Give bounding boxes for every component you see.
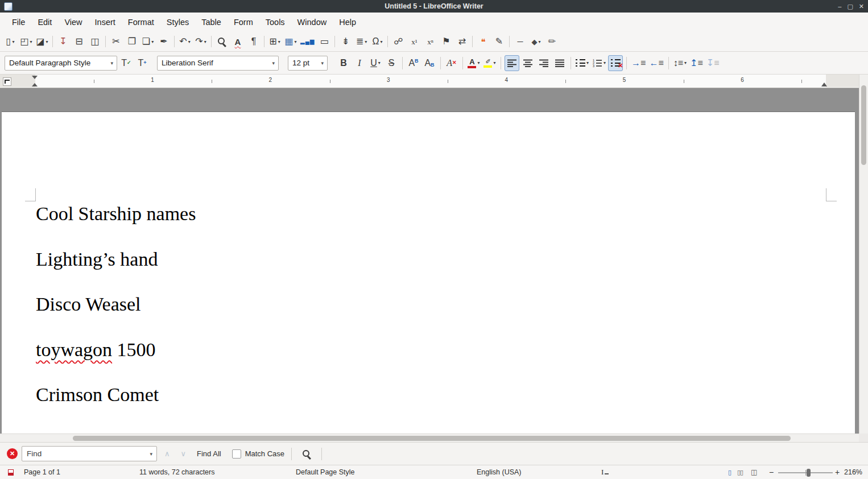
increase-paragraph-spacing-button[interactable]: ↥≡: [689, 55, 704, 71]
book-view-button[interactable]: ◫: [751, 468, 757, 476]
formatting-marks-button[interactable]: ¶: [246, 34, 261, 49]
vertical-scrollbar[interactable]: [859, 75, 868, 433]
document-area[interactable]: Cool Starship names Lighting’s hand Disc…: [0, 88, 859, 433]
menu-edit[interactable]: Edit: [31, 13, 58, 32]
bullet-list-button[interactable]: [574, 55, 590, 71]
insert-bookmark-button[interactable]: ⚑: [439, 34, 453, 49]
menu-help[interactable]: Help: [333, 13, 362, 32]
menu-insert[interactable]: Insert: [89, 13, 122, 32]
zoom-out-button[interactable]: −: [769, 468, 774, 477]
strikethrough-button[interactable]: S: [384, 55, 399, 71]
no-list-button[interactable]: [608, 55, 623, 71]
insert-chart-button[interactable]: ▂▄▆: [299, 34, 316, 49]
decrease-indent-button[interactable]: ←≡: [648, 55, 664, 71]
tab-stop-selector[interactable]: [3, 77, 11, 86]
ruler-scale[interactable]: 123456: [0, 75, 859, 88]
new-document-button[interactable]: ▯: [3, 34, 18, 49]
line-spacing-button[interactable]: ↕≡: [672, 55, 688, 71]
paragraph[interactable]: toywagon 1500: [36, 338, 832, 362]
insert-endnote-button[interactable]: xⁿ: [423, 34, 437, 49]
redo-button[interactable]: ↷: [193, 34, 208, 49]
font-color-button[interactable]: A: [466, 55, 481, 71]
restore-button[interactable]: ▢: [847, 3, 853, 10]
italic-button[interactable]: I: [352, 55, 367, 71]
paragraph-text[interactable]: 1500: [112, 339, 156, 360]
clone-formatting-button[interactable]: ✒: [156, 34, 171, 49]
bold-button[interactable]: B: [336, 55, 351, 71]
insert-cross-reference-button[interactable]: ⇄: [454, 34, 469, 49]
page-number-status[interactable]: Page 1 of 1: [24, 468, 60, 476]
new-style-button[interactable]: T+: [135, 55, 150, 71]
document-text[interactable]: Cool Starship names Lighting’s hand Disc…: [2, 112, 855, 407]
copy-button[interactable]: ❐: [125, 34, 139, 49]
match-case-checkbox[interactable]: [232, 449, 241, 459]
align-right-button[interactable]: [536, 55, 551, 71]
find-all-button[interactable]: Find All: [197, 449, 221, 458]
open-file-button[interactable]: ◰: [19, 34, 34, 49]
cut-button[interactable]: ✂: [109, 34, 123, 49]
spelling-button[interactable]: A: [230, 34, 245, 49]
zoom-slider-thumb[interactable]: [807, 469, 811, 477]
close-button[interactable]: ✕: [859, 3, 864, 10]
zoom-level[interactable]: 216%: [844, 468, 862, 476]
vertical-scrollbar-thumb[interactable]: [861, 85, 866, 165]
numbered-list-button[interactable]: 1 2 3: [591, 55, 607, 71]
align-left-button[interactable]: [505, 55, 519, 71]
menu-window[interactable]: Window: [291, 13, 333, 32]
print-preview-button[interactable]: ◫: [88, 34, 102, 49]
page-style-status[interactable]: Default Page Style: [296, 468, 355, 476]
multi-page-view-button[interactable]: ▯▯: [737, 469, 743, 476]
find-and-replace-button[interactable]: [299, 447, 314, 461]
print-button[interactable]: ⊟: [72, 34, 86, 49]
update-style-button[interactable]: T✓: [119, 55, 134, 71]
undo-button[interactable]: ↶: [177, 34, 192, 49]
zoom-slider[interactable]: [778, 472, 833, 473]
menu-file[interactable]: File: [6, 13, 31, 32]
underline-button[interactable]: U: [368, 55, 383, 71]
right-indent-marker[interactable]: [821, 80, 827, 86]
zoom-in-button[interactable]: +: [835, 468, 840, 477]
ruler[interactable]: 123456: [0, 75, 859, 88]
left-indent-marker[interactable]: [32, 76, 38, 86]
superscript-button[interactable]: AB: [406, 55, 421, 71]
insert-hyperlink-button[interactable]: ☍: [391, 34, 406, 49]
paragraph-style-select[interactable]: Default Paragraph Style: [5, 56, 117, 71]
paragraph[interactable]: Lighting’s hand: [36, 247, 832, 272]
insert-image-button[interactable]: ▦: [283, 34, 298, 49]
highlight-color-button[interactable]: ✐: [482, 55, 497, 71]
match-case-label[interactable]: Match Case: [245, 449, 284, 458]
word-count-status[interactable]: 11 words, 72 characters: [139, 468, 214, 476]
single-page-view-button[interactable]: ▯: [728, 469, 731, 476]
find-replace-button[interactable]: [214, 34, 229, 49]
insert-line-button[interactable]: ─: [512, 34, 527, 49]
insert-field-button[interactable]: ≣: [354, 34, 369, 49]
show-draw-functions-button[interactable]: ✏: [544, 34, 559, 49]
insert-page-break-button[interactable]: ⇟: [338, 34, 353, 49]
menu-form[interactable]: Form: [228, 13, 259, 32]
menu-tools[interactable]: Tools: [259, 13, 291, 32]
paragraph[interactable]: Crimson Comet: [36, 383, 832, 407]
minimize-button[interactable]: –: [838, 3, 841, 10]
insert-table-button[interactable]: ⊞: [267, 34, 282, 49]
insert-special-character-button[interactable]: Ω: [370, 34, 385, 49]
align-center-button[interactable]: [520, 55, 535, 71]
clear-formatting-button[interactable]: A✕: [444, 55, 459, 71]
document-modified-icon[interactable]: [8, 469, 14, 476]
menu-format[interactable]: Format: [122, 13, 160, 32]
language-status[interactable]: English (USA): [477, 468, 522, 476]
font-name-select[interactable]: Liberation Serif: [157, 56, 279, 71]
align-justify-button[interactable]: [552, 55, 567, 71]
find-next-button[interactable]: ∨: [177, 449, 190, 458]
menu-table[interactable]: Table: [195, 13, 228, 32]
close-find-button[interactable]: [7, 448, 18, 459]
insert-comment-button[interactable]: ❝: [476, 34, 490, 49]
paragraph[interactable]: Cool Starship names: [36, 202, 832, 226]
misspelled-word[interactable]: toywagon: [36, 339, 112, 360]
font-size-select[interactable]: 12 pt: [288, 56, 328, 71]
insertion-mode-icon[interactable]: I: [601, 468, 609, 477]
insert-text-box-button[interactable]: ▭: [317, 34, 332, 49]
decrease-paragraph-spacing-button[interactable]: ↧≡: [705, 55, 721, 71]
paste-button[interactable]: ❏: [140, 34, 155, 49]
increase-indent-button[interactable]: →≡: [630, 55, 647, 71]
save-button[interactable]: ◪: [35, 34, 49, 49]
